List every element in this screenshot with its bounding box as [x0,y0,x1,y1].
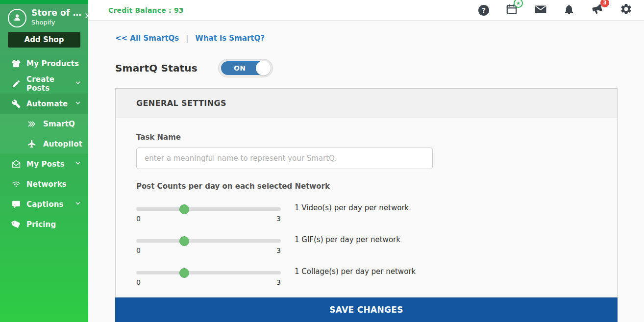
video-slider-track[interactable] [136,207,281,211]
sidebar-item-my-products[interactable]: My Products [0,53,88,74]
post-counts-label: Post Counts per day on each selected Net… [136,182,596,191]
wrench-icon [12,99,21,108]
sidebar-item-label: My Products [26,59,81,68]
wifi-icon [12,180,21,189]
sidebar-item-label: Create Posts [26,75,74,93]
smartq-status-label: SmartQ Status [115,62,198,74]
smartq-status-row: SmartQ Status ON [115,59,618,77]
sidebar-item-autopilot[interactable]: Autopilot [0,134,88,154]
sidebar-item-my-posts[interactable]: My Posts [0,154,88,174]
video-slider-value-text: 1 Video(s) per day per network [295,203,409,212]
announcement-count-badge: 3 [600,0,609,7]
slider-min-label: 0 [136,247,141,254]
messages-button[interactable] [534,3,547,18]
slider-min-label: 0 [136,278,141,286]
calendar-button[interactable]: ★ [505,3,518,18]
topbar: Credit Balance : 93 ? ★ [88,0,644,21]
notifications-button[interactable] [563,3,575,17]
gif-slider-knob[interactable] [179,236,189,246]
task-name-label: Task Name [136,133,596,142]
collage-slider-track[interactable] [136,271,281,274]
pencil-icon [12,79,21,88]
gif-slider-value-text: 1 GIF(s) per day per network [295,235,400,244]
gear-icon [620,3,632,17]
add-shop-button[interactable]: Add Shop [8,32,80,48]
sidebar-item-smartq[interactable]: SmartQ [0,114,88,134]
sidebar-item-networks[interactable]: Networks [0,174,88,194]
chevron-right-icon[interactable] [83,12,90,21]
tag-icon [12,220,21,229]
sidebar: Store of … Shopify Add Shop My Products … [0,0,88,322]
all-smartqs-link[interactable]: << All SmartQs [115,34,179,43]
sidebar-item-automate[interactable]: Automate [0,94,88,114]
store-platform: Shopify [31,19,81,26]
tshirt-icon [12,59,21,68]
person-icon [12,12,22,24]
breadcrumb: << All SmartQs | What is SmartQ? [115,34,618,43]
chevron-down-icon [74,160,81,169]
airplane-icon [27,140,36,149]
app-window: Store of … Shopify Add Shop My Products … [0,0,644,322]
panel-title: GENERAL SETTINGS [116,89,617,118]
sidebar-item-label: Pricing [26,220,81,229]
store-name: Store of … [31,8,81,18]
store-avatar [8,9,26,27]
chat-bubble-icon [12,200,21,209]
sidebar-item-label: Automate [26,99,74,108]
announcements-button[interactable]: 3 [591,3,604,18]
sidebar-item-label: Networks [26,180,81,189]
sidebar-item-captions[interactable]: Captions [0,194,88,214]
video-slider-row: 0 3 1 Video(s) per day per network [136,203,596,223]
settings-button[interactable] [620,3,632,17]
automate-submenu: SmartQ Autopilot [0,114,88,154]
chevron-down-icon [74,200,81,209]
chevron-down-icon [74,79,81,88]
smartq-chevrons-icon [27,120,36,128]
toggle-state-label: ON [234,64,246,72]
slider-max-label: 3 [276,247,281,254]
store-header[interactable]: Store of … Shopify [0,4,88,27]
save-changes-button[interactable]: SAVE CHANGES [115,297,618,322]
bell-icon [563,3,575,17]
toggle-knob[interactable] [256,61,271,75]
sidebar-item-label: SmartQ [43,120,81,128]
content-area: << All SmartQs | What is SmartQ? SmartQ … [88,21,644,322]
slider-max-label: 3 [276,215,281,223]
smartq-status-toggle[interactable]: ON [218,59,273,77]
sidebar-item-pricing[interactable]: Pricing [0,214,88,234]
what-is-smartq-link[interactable]: What is SmartQ? [195,34,265,43]
sidebar-item-label: Autopilot [43,140,82,149]
mail-open-icon [12,160,21,169]
gif-slider-track[interactable] [136,239,281,243]
help-button[interactable]: ? [478,5,489,16]
collage-slider-value-text: 1 Collage(s) per day per network [295,267,416,276]
sidebar-top-strip [0,0,88,4]
chevron-down-icon [74,99,81,108]
slider-max-label: 3 [276,278,281,286]
sidebar-item-label: Captions [26,200,74,209]
calendar-star-badge: ★ [514,0,523,8]
sidebar-item-create-posts[interactable]: Create Posts [0,74,88,94]
sidebar-item-label: My Posts [26,160,74,169]
slider-min-label: 0 [136,215,141,223]
task-name-input[interactable] [136,148,433,169]
general-settings-panel: GENERAL SETTINGS Task Name Post Counts p… [115,88,618,297]
help-icon: ? [478,5,489,16]
breadcrumb-separator: | [186,34,188,43]
collage-slider-knob[interactable] [179,268,189,278]
mail-icon [534,3,547,18]
gif-slider-row: 0 3 1 GIF(s) per day per network [136,235,596,254]
video-slider-knob[interactable] [179,204,189,214]
sidebar-nav: My Products Create Posts Automate [0,53,88,234]
credit-balance: Credit Balance : 93 [108,6,184,14]
collage-slider-row: 0 3 1 Collage(s) per day per network [136,267,596,286]
